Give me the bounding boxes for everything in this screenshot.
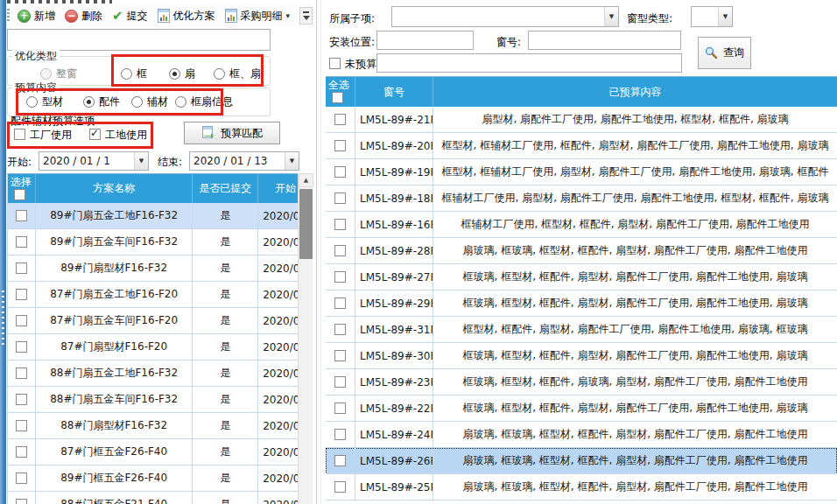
radio-whole-window[interactable] — [40, 68, 52, 80]
plan-table-row[interactable]: 87#门扇五金工地F16-F20 是 2020/0 — [8, 282, 313, 308]
plan-row-checkbox[interactable] — [16, 499, 27, 504]
optimize-plan-button[interactable]: 优化方案 — [154, 7, 219, 25]
budget-match-icon — [201, 126, 215, 140]
budget-table-row[interactable]: LM5L-89#-31F29 框型材, 框配件, 扇型材, 扇配件工厂使用, 扇… — [326, 317, 837, 343]
budget-match-button[interactable]: 预算匹配 — [184, 122, 280, 144]
radio-frame-sash-info[interactable] — [175, 96, 186, 108]
budget-window-no-cell: LM5L-89#-26F24 — [355, 448, 433, 474]
radio-auxiliary[interactable] — [131, 96, 143, 108]
radio-frame[interactable] — [121, 68, 132, 80]
plan-row-checkbox[interactable] — [16, 420, 27, 431]
budget-window-no-cell: LM5L-89#-27F25 — [355, 264, 433, 290]
budget-row-checkbox[interactable] — [334, 481, 346, 493]
budget-table-row[interactable]: LM5L-89#-23F21 框玻璃, 框型材, 框配件, 扇玻璃, 扇型材, … — [326, 369, 837, 396]
toolbar-overflow-button[interactable] — [299, 7, 313, 24]
plan-submitted-cell: 是 — [193, 492, 258, 504]
plan-table-scrollbar[interactable]: ▲ — [298, 173, 313, 504]
sub-item-select[interactable]: ▼ — [391, 6, 619, 27]
plan-row-checkbox[interactable] — [16, 472, 27, 484]
budget-table-row[interactable]: LM5L-89#-22F20 框玻璃, 框型材, 框配件, 扇型材, 扇配件工厂… — [326, 396, 837, 422]
budget-row-checkbox[interactable] — [334, 192, 346, 204]
budget-table-row[interactable]: LM5L-89#-18F16 框辅材工厂使用, 扇型材, 扇配件工厂使用, 扇配… — [326, 186, 837, 212]
plan-row-checkbox[interactable] — [16, 262, 27, 274]
window-no-input[interactable] — [528, 31, 681, 50]
plan-table-row[interactable]: 89#门框五金F26-F40 是 2020/0 — [8, 466, 313, 492]
budget-row-checkbox[interactable] — [334, 402, 346, 414]
budget-window-no-cell: LM5L-89#-19F17 — [355, 159, 433, 186]
budget-table-row[interactable]: LM5L-89#-16F15 框辅材工厂使用, 框型材, 框配件, 扇型材, 扇… — [326, 212, 837, 238]
radio-profile[interactable] — [26, 96, 38, 108]
budget-row-checkbox[interactable] — [334, 376, 346, 388]
scrollbar-thumb[interactable] — [299, 189, 313, 259]
plan-row-checkbox[interactable] — [16, 289, 27, 300]
budget-row-checkbox[interactable] — [334, 245, 346, 256]
query-button[interactable]: 查询 — [698, 37, 751, 69]
plan-row-checkbox[interactable] — [16, 236, 27, 248]
budget-table-row[interactable]: LM5L-89#-30F28 框玻璃, 框型材, 框配件, 扇型材, 扇配件工厂… — [326, 343, 837, 369]
budget-table-row[interactable]: LM5L-89#-26F24 扇玻璃, 框玻璃, 框型材, 框配件, 扇型材, … — [326, 448, 837, 474]
plan-table-row[interactable]: 87#门扇型材F16-F20 是 2020/0 — [8, 334, 313, 360]
unbudgeted-checkbox[interactable] — [329, 58, 341, 69]
budget-table-row[interactable]: LM5L-89#-21F19 扇型材, 扇配件工厂使用, 扇配件工地使用, 框型… — [326, 107, 837, 133]
radio-sash[interactable] — [169, 68, 180, 80]
add-button[interactable]: + 新增 — [14, 7, 59, 25]
budget-content-cell: 框玻璃, 框型材, 框配件, 扇型材, 扇配件工厂使用, 扇配件工地使用, 扇玻… — [433, 264, 837, 290]
plan-filter-input[interactable] — [7, 29, 271, 51]
radio-accessory[interactable] — [83, 96, 95, 108]
plan-table-row[interactable]: 89#门扇型材F16-F32 是 2020/0 — [8, 256, 313, 282]
radio-frame-sash[interactable] — [214, 68, 225, 80]
budget-content-cell: 扇玻璃, 框玻璃, 框型材, 框配件, 扇型材, 扇配件工厂使用, 扇配件工地使… — [433, 474, 837, 500]
budget-row-checkbox[interactable] — [334, 271, 346, 283]
budget-table-row[interactable]: LM5L-89#-19F17 框型材, 框辅材工厂使用, 扇型材, 扇配件工厂使… — [326, 159, 837, 186]
plan-table-row[interactable]: 88#门扇五金车间F16-F32 是 2020/0 — [8, 387, 313, 413]
window-type-select[interactable]: ▼ — [691, 6, 733, 27]
budget-table-row[interactable]: LM5L-89#-25F23 扇玻璃, 框玻璃, 框型材, 框配件, 扇型材, … — [326, 474, 837, 500]
plan-row-checkbox[interactable] — [16, 315, 27, 326]
unbudgeted-input[interactable] — [376, 53, 682, 73]
splitter-grip-icon[interactable] — [2, 290, 4, 345]
plan-table-row[interactable]: 89#门扇五金工地F16-F32 是 2020/0 — [8, 203, 313, 229]
site-use-checkbox[interactable] — [89, 129, 101, 140]
select-all-plans-checkbox[interactable] — [14, 189, 25, 200]
plan-row-checkbox[interactable] — [16, 368, 27, 379]
budget-row-checkbox[interactable] — [334, 455, 346, 466]
dropdown-arrow-icon[interactable]: ▼ — [718, 7, 732, 26]
budget-table-row[interactable]: LM5L-89#-28F26 扇玻璃, 框玻璃, 框型材, 框配件, 扇型材, … — [326, 238, 837, 264]
end-date-value: 2020 / 01 / 13 — [190, 155, 285, 167]
select-all-windows-checkbox[interactable] — [332, 92, 343, 103]
start-date-picker[interactable]: 2020 / 01 / 1 ▼ — [39, 151, 149, 171]
dropdown-arrow-icon[interactable]: ▼ — [604, 7, 618, 26]
plan-row-checkbox[interactable] — [16, 341, 27, 353]
budget-row-checkbox[interactable] — [334, 140, 346, 151]
dropdown-arrow-icon[interactable]: ▼ — [285, 152, 299, 170]
budget-row-checkbox[interactable] — [334, 298, 346, 309]
plan-table-row[interactable]: 89#门扇五金车间F16-F32 是 2020/0 — [8, 229, 313, 256]
budget-table-row[interactable]: LM5L-89#-20F18 框型材, 框辅材工厂使用, 框配件, 扇型材, 扇… — [326, 133, 837, 159]
budget-row-checkbox[interactable] — [334, 324, 346, 335]
purchase-detail-button[interactable]: 采购明细 ▾ — [222, 7, 294, 25]
budget-row-checkbox[interactable] — [334, 219, 346, 230]
plan-row-checkbox[interactable] — [16, 210, 27, 221]
budget-table-row[interactable]: LM5L-89#-24F22 扇玻璃, 框玻璃, 框型材, 框配件, 扇型材, … — [326, 422, 837, 448]
budget-row-checkbox[interactable] — [334, 350, 346, 361]
plan-table-row[interactable]: 87#门框五金F26-F40 是 2020/0 — [8, 439, 313, 466]
delete-button[interactable]: − 删除 — [61, 7, 106, 25]
plan-table-row[interactable]: 87#门扇五金车间F16-F20 是 2020/0 — [8, 308, 313, 334]
budget-row-checkbox[interactable] — [334, 429, 346, 440]
budget-row-checkbox[interactable] — [334, 114, 346, 125]
plan-table-row[interactable]: 88#门扇型材F16-F32 是 2020/0 — [8, 413, 313, 439]
scroll-up-icon[interactable]: ▲ — [299, 173, 313, 187]
factory-use-checkbox[interactable] — [14, 129, 25, 140]
end-date-picker[interactable]: 2020 / 01 / 13 ▼ — [189, 151, 299, 171]
delete-icon: − — [65, 10, 78, 23]
plan-table-row[interactable]: 88#门框五金F21-F40 是 2020/0 — [8, 492, 313, 504]
dropdown-arrow-icon[interactable]: ▼ — [134, 152, 148, 170]
budget-row-checkbox[interactable] — [334, 166, 346, 178]
plan-table-row[interactable]: 88#门扇五金工地F16-F32 是 2020/0 — [8, 360, 313, 387]
plan-row-checkbox[interactable] — [16, 394, 27, 405]
plan-row-checkbox[interactable] — [16, 446, 27, 458]
budget-table-row[interactable]: LM5L-89#-29F27 框玻璃, 框型材, 框配件, 扇型材, 扇配件工厂… — [326, 290, 837, 317]
budget-table-row[interactable]: LM5L-89#-27F25 框玻璃, 框型材, 框配件, 扇型材, 扇配件工厂… — [326, 264, 837, 290]
submit-button[interactable]: ✔ 提交 — [109, 7, 151, 25]
install-position-input[interactable] — [376, 31, 474, 50]
